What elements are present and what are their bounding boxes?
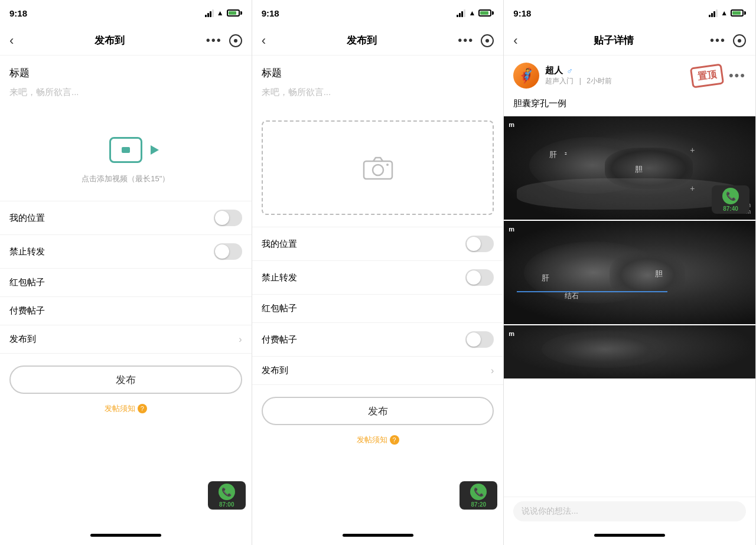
avatar-emoji: 🦸 bbox=[517, 67, 535, 84]
toggle-switch-forward-1[interactable] bbox=[214, 243, 242, 260]
setting-forward-label-1: 禁止转发 bbox=[9, 246, 45, 257]
post-notice-1[interactable]: 发帖须知 ? bbox=[0, 399, 252, 419]
call-overlay-1[interactable]: 📞 87:00 bbox=[208, 481, 246, 510]
setting-paid-2[interactable]: 付费帖子 bbox=[252, 323, 504, 357]
more-button-2[interactable]: ••• bbox=[458, 34, 474, 47]
bottom-bar-2 bbox=[252, 525, 504, 545]
setting-forward-1[interactable]: 禁止转发 bbox=[0, 235, 252, 269]
post-content-text: 胆囊穿孔一例 bbox=[504, 96, 755, 116]
home-indicator-1 bbox=[90, 534, 161, 537]
target-button-2[interactable] bbox=[481, 34, 494, 47]
setting-publish-to-label-1: 发布到 bbox=[9, 334, 36, 345]
content-input-2[interactable]: 来吧，畅所欲言... bbox=[252, 83, 504, 109]
video-body bbox=[109, 137, 142, 163]
setting-redpacket-2[interactable]: 红包帖子 bbox=[252, 295, 504, 323]
toggle-switch-location-1[interactable] bbox=[214, 210, 242, 226]
toggle-location-1[interactable] bbox=[214, 210, 242, 226]
content-1: 标题 来吧，畅所欲言... 点击添加视频（最长15"） 我的位置 禁止转发 bbox=[0, 56, 252, 525]
post-notice-2[interactable]: 发帖须知 ? bbox=[252, 430, 504, 450]
toggle-switch-location-2[interactable] bbox=[465, 236, 494, 252]
toggle-forward-2[interactable] bbox=[465, 269, 494, 286]
nav-bar-3: ‹ 贴子详情 ••• bbox=[504, 26, 755, 56]
call-button-1[interactable]: 📞 bbox=[219, 484, 235, 500]
us-label-1: m bbox=[509, 121, 514, 128]
photo-add-area[interactable] bbox=[262, 120, 494, 215]
publish-section-2: 发布 bbox=[252, 385, 504, 430]
setting-publish-to-2[interactable]: 发布到 › bbox=[252, 357, 504, 385]
setting-location-1[interactable]: 我的位置 bbox=[0, 201, 252, 235]
more-button-1[interactable]: ••• bbox=[206, 34, 222, 47]
ultrasound-image-1[interactable]: m 肝 ₂ + 胆 + 10.68cm 0.20cm 📞 87:40 bbox=[504, 116, 755, 220]
toggle-paid-2[interactable] bbox=[465, 331, 494, 348]
content-input-1[interactable]: 来吧，畅所欲言... bbox=[0, 83, 252, 109]
video-icon bbox=[102, 132, 149, 168]
back-button-1[interactable]: ‹ bbox=[9, 33, 14, 48]
setting-location-2[interactable]: 我的位置 bbox=[252, 227, 504, 261]
setting-publish-to-right-1: › bbox=[239, 334, 242, 345]
back-button-2[interactable]: ‹ bbox=[262, 33, 266, 48]
nav-title-3: 贴子详情 bbox=[594, 34, 634, 47]
target-button-3[interactable] bbox=[733, 34, 746, 47]
us-label-3: m bbox=[509, 330, 514, 337]
setting-paid-1[interactable]: 付费帖子 bbox=[0, 297, 252, 325]
setting-publish-to-1[interactable]: 发布到 › bbox=[0, 325, 252, 354]
gender-icon: ♂ bbox=[566, 66, 573, 76]
setting-forward-2[interactable]: 禁止转发 bbox=[252, 261, 504, 295]
call-time-2: 87:20 bbox=[471, 501, 487, 508]
notice-question-icon-1: ? bbox=[138, 404, 147, 413]
video-add-area[interactable]: 点击添加视频（最长15"） bbox=[0, 109, 252, 196]
call-button-2[interactable]: 📞 bbox=[470, 484, 487, 500]
author-community: 超声入门 bbox=[545, 77, 573, 85]
title-label-2: 标题 bbox=[252, 56, 504, 83]
setting-publish-to-right-2: › bbox=[491, 365, 494, 376]
more-button-3[interactable]: ••• bbox=[710, 34, 726, 47]
status-bar-2: 9:18 ▲ bbox=[252, 0, 504, 26]
toggle-forward-1[interactable] bbox=[214, 243, 242, 260]
author-name: 超人 bbox=[545, 65, 563, 76]
status-icons-1: ▲ bbox=[205, 9, 242, 17]
panel-publish-photo: 9:18 ▲ ‹ 发布到 ••• bbox=[252, 0, 504, 545]
back-button-3[interactable]: ‹ bbox=[513, 33, 517, 48]
setting-paid-label-1: 付费帖子 bbox=[9, 305, 45, 316]
nav-bar-1: ‹ 发布到 ••• bbox=[0, 26, 252, 56]
post-images: m 肝 ₂ + 胆 + 10.68cm 0.20cm 📞 87:40 bbox=[504, 116, 755, 378]
us-sim-2: m 肝 胆 结石 bbox=[504, 221, 755, 324]
ultrasound-image-3[interactable]: m bbox=[504, 325, 755, 378]
author-left: 🦸 超人 ♂ 超声入门 | 2小时前 bbox=[513, 63, 612, 89]
wifi-icon-1: ▲ bbox=[217, 9, 224, 17]
signal-icon-2 bbox=[457, 9, 465, 17]
setting-forward-label-2: 禁止转发 bbox=[262, 272, 297, 283]
toggle-switch-paid-2[interactable] bbox=[465, 331, 494, 348]
target-button-1[interactable] bbox=[229, 34, 242, 47]
publish-section-1: 发布 bbox=[0, 354, 252, 399]
wifi-icon-2: ▲ bbox=[468, 9, 475, 17]
status-icons-3: ▲ bbox=[709, 9, 746, 17]
svg-point-2 bbox=[386, 164, 389, 166]
home-indicator-2 bbox=[343, 534, 413, 537]
pin-stamp: 置顶 bbox=[690, 63, 724, 88]
call-overlay-3[interactable]: 📞 87:40 bbox=[712, 185, 750, 214]
author-name-row: 超人 ♂ bbox=[545, 65, 612, 76]
settings-1: 我的位置 禁止转发 红包帖子 付费帖子 bbox=[0, 201, 252, 354]
call-button-3[interactable]: 📞 bbox=[722, 188, 739, 204]
toggle-switch-forward-2[interactable] bbox=[465, 269, 494, 286]
video-hint-text: 点击添加视频（最长15"） bbox=[82, 174, 170, 184]
setting-location-label-2: 我的位置 bbox=[262, 239, 297, 250]
setting-redpacket-1[interactable]: 红包帖子 bbox=[0, 269, 252, 297]
comment-input[interactable]: 说说你的想法... bbox=[513, 501, 746, 521]
organ-gallbladder-1: 胆 bbox=[635, 164, 643, 175]
battery-icon-3 bbox=[731, 9, 746, 17]
setting-redpacket-label-2: 红包帖子 bbox=[262, 303, 297, 314]
toggle-location-2[interactable] bbox=[465, 236, 494, 252]
comment-bar: 说说你的想法... bbox=[504, 497, 755, 525]
status-bar-1: 9:18 ▲ bbox=[0, 0, 252, 26]
nav-title-1: 发布到 bbox=[94, 34, 125, 47]
ultrasound-image-2[interactable]: m 肝 胆 结石 bbox=[504, 221, 755, 324]
call-overlay-2[interactable]: 📞 87:20 bbox=[460, 481, 497, 510]
post-more-button[interactable]: ••• bbox=[729, 68, 746, 83]
battery-icon-2 bbox=[478, 9, 494, 17]
publish-button-1[interactable]: 发布 bbox=[9, 365, 242, 394]
wifi-icon-3: ▲ bbox=[721, 9, 728, 17]
publish-button-2[interactable]: 发布 bbox=[262, 397, 494, 425]
setting-paid-label-2: 付费帖子 bbox=[262, 334, 297, 345]
